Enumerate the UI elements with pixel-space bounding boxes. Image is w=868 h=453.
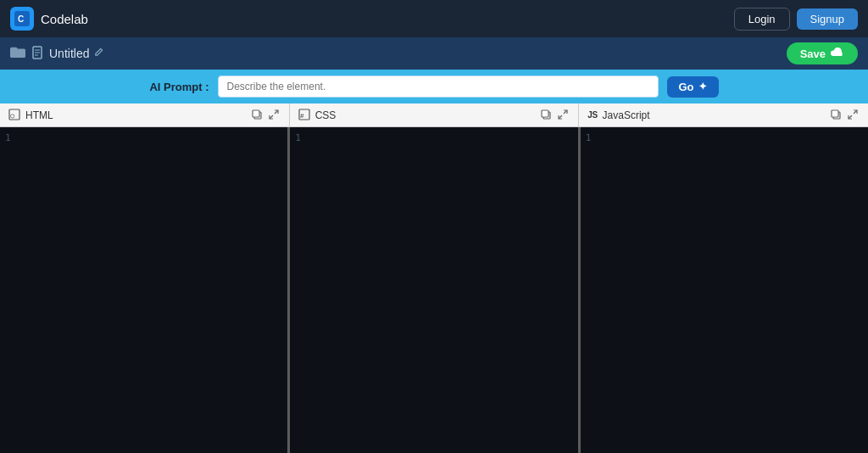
js-tab-header: JS JavaScript: [579, 103, 868, 126]
nav-right: Login Signup: [734, 8, 858, 31]
svg-line-11: [270, 115, 273, 119]
css-tab-header: # CSS: [290, 103, 580, 126]
editor-tabs: ⬡ HTML: [0, 103, 868, 127]
save-button[interactable]: Save: [787, 42, 858, 64]
js-tab-label: JavaScript: [603, 109, 824, 121]
js-tab-actions: [829, 108, 860, 123]
editor-section: ⬡ HTML: [0, 103, 868, 453]
save-label: Save: [800, 48, 826, 60]
css-line-number: 1: [295, 132, 301, 143]
html-editor[interactable]: 1: [0, 127, 290, 453]
css-expand-button[interactable]: [556, 108, 570, 123]
signup-button[interactable]: Signup: [797, 8, 858, 30]
sparkle-icon: ✦: [698, 81, 707, 92]
ai-prompt-bar: AI Prompt : Go ✦: [0, 70, 868, 103]
svg-rect-15: [542, 110, 548, 117]
js-tab-icon: JS: [587, 110, 597, 120]
html-tab-header: ⬡ HTML: [0, 103, 290, 126]
login-button[interactable]: Login: [734, 8, 790, 31]
svg-rect-9: [253, 110, 259, 117]
top-nav-bar: C Codelab Login Signup: [0, 0, 868, 37]
nav-left: C Codelab: [10, 7, 88, 31]
ai-prompt-input[interactable]: [218, 76, 659, 98]
file-icon: [32, 46, 44, 62]
app-title: Codelab: [41, 12, 88, 26]
file-info: Untitled: [32, 46, 103, 62]
cloud-icon: [831, 47, 844, 60]
svg-line-10: [275, 110, 278, 114]
svg-rect-19: [832, 110, 838, 117]
html-copy-button[interactable]: [250, 108, 264, 123]
edit-icon[interactable]: [94, 48, 103, 59]
app-logo: C: [10, 7, 34, 31]
js-copy-button[interactable]: [829, 108, 843, 123]
file-name: Untitled: [49, 47, 89, 60]
js-expand-button[interactable]: [846, 108, 860, 123]
css-copy-button[interactable]: [539, 108, 553, 123]
svg-text:#: #: [300, 112, 304, 120]
html-line-number: 1: [5, 132, 11, 143]
js-line-number: 1: [586, 132, 592, 143]
js-editor[interactable]: 1: [581, 127, 868, 453]
editors-container: 1 1 1: [0, 127, 868, 453]
css-tab-actions: [539, 108, 570, 123]
css-tab-label: CSS: [315, 109, 535, 121]
go-button[interactable]: Go ✦: [667, 76, 719, 98]
css-editor[interactable]: 1: [290, 127, 580, 453]
html-tab-icon: ⬡: [8, 109, 20, 122]
svg-text:⬡: ⬡: [10, 114, 15, 119]
svg-text:C: C: [18, 14, 24, 24]
second-toolbar: Untitled Save: [0, 37, 868, 70]
go-label: Go: [679, 81, 694, 93]
file-section: Untitled: [10, 46, 103, 62]
css-tab-icon: #: [298, 109, 310, 122]
ai-prompt-label: AI Prompt :: [149, 81, 209, 93]
html-tab-label: HTML: [25, 109, 245, 121]
folder-icon[interactable]: [10, 46, 25, 62]
html-expand-button[interactable]: [267, 108, 281, 123]
html-tab-actions: [250, 108, 281, 123]
